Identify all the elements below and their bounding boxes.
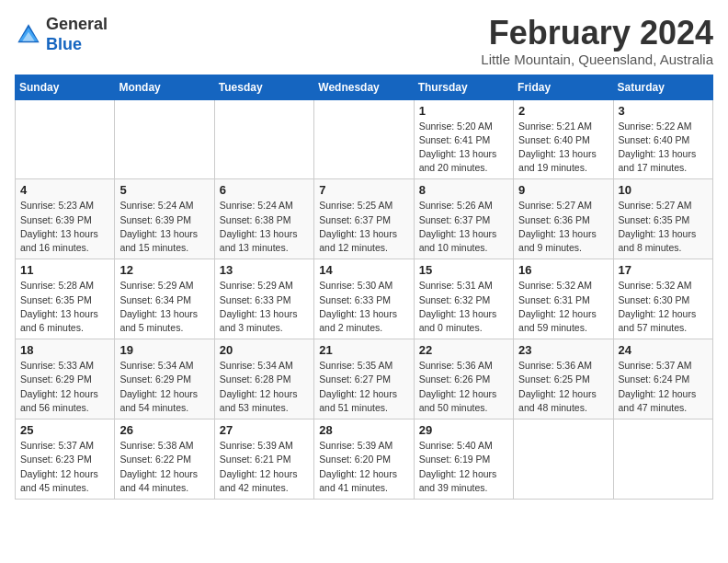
day-number: 14 xyxy=(319,263,408,277)
day-number: 21 xyxy=(319,343,408,357)
day-number: 13 xyxy=(220,263,309,277)
calendar-cell: 28Sunrise: 5:39 AM Sunset: 6:20 PM Dayli… xyxy=(314,419,414,500)
day-info: Sunrise: 5:29 AM Sunset: 6:33 PM Dayligh… xyxy=(220,279,309,335)
calendar-cell: 1Sunrise: 5:20 AM Sunset: 6:41 PM Daylig… xyxy=(414,99,513,179)
weekday-header-monday: Monday xyxy=(115,75,214,99)
day-number: 12 xyxy=(119,263,209,277)
day-info: Sunrise: 5:30 AM Sunset: 6:33 PM Dayligh… xyxy=(319,279,408,335)
calendar-cell: 19Sunrise: 5:34 AM Sunset: 6:29 PM Dayli… xyxy=(115,339,214,419)
day-number: 11 xyxy=(20,263,109,277)
calendar-cell: 17Sunrise: 5:32 AM Sunset: 6:30 PM Dayli… xyxy=(613,259,712,339)
day-number: 3 xyxy=(619,104,708,118)
day-info: Sunrise: 5:39 AM Sunset: 6:21 PM Dayligh… xyxy=(220,439,309,495)
calendar-cell xyxy=(115,99,214,179)
calendar-cell: 16Sunrise: 5:32 AM Sunset: 6:31 PM Dayli… xyxy=(514,259,613,339)
weekday-header-thursday: Thursday xyxy=(414,75,513,99)
day-info: Sunrise: 5:23 AM Sunset: 6:39 PM Dayligh… xyxy=(20,199,109,255)
day-number: 17 xyxy=(619,263,708,277)
day-info: Sunrise: 5:34 AM Sunset: 6:29 PM Dayligh… xyxy=(119,359,209,415)
day-number: 9 xyxy=(518,183,608,197)
calendar-cell: 15Sunrise: 5:31 AM Sunset: 6:32 PM Dayli… xyxy=(414,259,513,339)
calendar-cell: 25Sunrise: 5:37 AM Sunset: 6:23 PM Dayli… xyxy=(16,419,115,500)
day-info: Sunrise: 5:27 AM Sunset: 6:35 PM Dayligh… xyxy=(619,199,708,255)
day-number: 16 xyxy=(518,263,608,277)
weekday-header-saturday: Saturday xyxy=(613,75,712,99)
calendar-cell: 2Sunrise: 5:21 AM Sunset: 6:40 PM Daylig… xyxy=(514,99,613,179)
day-number: 26 xyxy=(119,423,209,437)
day-number: 4 xyxy=(20,183,109,197)
day-info: Sunrise: 5:22 AM Sunset: 6:40 PM Dayligh… xyxy=(619,120,708,176)
logo: General Blue xyxy=(15,15,108,54)
calendar-week-row: 25Sunrise: 5:37 AM Sunset: 6:23 PM Dayli… xyxy=(16,419,713,500)
day-number: 19 xyxy=(119,343,209,357)
calendar-cell: 27Sunrise: 5:39 AM Sunset: 6:21 PM Dayli… xyxy=(214,419,313,500)
day-info: Sunrise: 5:33 AM Sunset: 6:29 PM Dayligh… xyxy=(20,359,109,415)
day-info: Sunrise: 5:35 AM Sunset: 6:27 PM Dayligh… xyxy=(319,359,408,415)
day-info: Sunrise: 5:24 AM Sunset: 6:38 PM Dayligh… xyxy=(220,199,309,255)
day-number: 23 xyxy=(518,343,608,357)
day-info: Sunrise: 5:32 AM Sunset: 6:30 PM Dayligh… xyxy=(619,279,708,335)
calendar-cell: 14Sunrise: 5:30 AM Sunset: 6:33 PM Dayli… xyxy=(314,259,414,339)
day-number: 18 xyxy=(20,343,109,357)
day-info: Sunrise: 5:39 AM Sunset: 6:20 PM Dayligh… xyxy=(319,439,408,495)
calendar-cell: 13Sunrise: 5:29 AM Sunset: 6:33 PM Dayli… xyxy=(214,259,313,339)
calendar-cell xyxy=(314,99,414,179)
day-number: 22 xyxy=(419,343,508,357)
calendar-cell: 22Sunrise: 5:36 AM Sunset: 6:26 PM Dayli… xyxy=(414,339,513,419)
day-number: 28 xyxy=(319,423,408,437)
calendar-cell xyxy=(214,99,313,179)
day-number: 24 xyxy=(619,343,708,357)
calendar-cell: 8Sunrise: 5:26 AM Sunset: 6:37 PM Daylig… xyxy=(414,179,513,259)
calendar-cell: 29Sunrise: 5:40 AM Sunset: 6:19 PM Dayli… xyxy=(414,419,513,500)
day-number: 15 xyxy=(419,263,508,277)
calendar-week-row: 1Sunrise: 5:20 AM Sunset: 6:41 PM Daylig… xyxy=(16,99,713,179)
day-info: Sunrise: 5:37 AM Sunset: 6:23 PM Dayligh… xyxy=(20,439,109,495)
weekday-header-friday: Friday xyxy=(514,75,613,99)
day-info: Sunrise: 5:24 AM Sunset: 6:39 PM Dayligh… xyxy=(119,199,209,255)
calendar-table: SundayMondayTuesdayWednesdayThursdayFrid… xyxy=(15,75,713,500)
day-number: 20 xyxy=(220,343,309,357)
day-info: Sunrise: 5:25 AM Sunset: 6:37 PM Dayligh… xyxy=(319,199,408,255)
month-title: February 2024 xyxy=(481,15,713,52)
day-number: 29 xyxy=(419,423,508,437)
location-subtitle: Little Mountain, Queensland, Australia xyxy=(481,52,713,67)
day-info: Sunrise: 5:32 AM Sunset: 6:31 PM Dayligh… xyxy=(518,279,608,335)
calendar-cell: 4Sunrise: 5:23 AM Sunset: 6:39 PM Daylig… xyxy=(16,179,115,259)
day-info: Sunrise: 5:38 AM Sunset: 6:22 PM Dayligh… xyxy=(119,439,209,495)
day-info: Sunrise: 5:20 AM Sunset: 6:41 PM Dayligh… xyxy=(419,120,508,176)
calendar-cell: 10Sunrise: 5:27 AM Sunset: 6:35 PM Dayli… xyxy=(613,179,712,259)
calendar-cell: 12Sunrise: 5:29 AM Sunset: 6:34 PM Dayli… xyxy=(115,259,214,339)
calendar-week-row: 4Sunrise: 5:23 AM Sunset: 6:39 PM Daylig… xyxy=(16,179,713,259)
day-info: Sunrise: 5:29 AM Sunset: 6:34 PM Dayligh… xyxy=(119,279,209,335)
calendar-cell: 21Sunrise: 5:35 AM Sunset: 6:27 PM Dayli… xyxy=(314,339,414,419)
day-number: 6 xyxy=(220,183,309,197)
logo-text: General Blue xyxy=(46,15,108,54)
weekday-header-sunday: Sunday xyxy=(16,75,115,99)
day-info: Sunrise: 5:36 AM Sunset: 6:26 PM Dayligh… xyxy=(419,359,508,415)
calendar-cell: 6Sunrise: 5:24 AM Sunset: 6:38 PM Daylig… xyxy=(214,179,313,259)
day-info: Sunrise: 5:40 AM Sunset: 6:19 PM Dayligh… xyxy=(419,439,508,495)
calendar-week-row: 18Sunrise: 5:33 AM Sunset: 6:29 PM Dayli… xyxy=(16,339,713,419)
day-info: Sunrise: 5:27 AM Sunset: 6:36 PM Dayligh… xyxy=(518,199,608,255)
calendar-cell xyxy=(514,419,613,500)
day-info: Sunrise: 5:26 AM Sunset: 6:37 PM Dayligh… xyxy=(419,199,508,255)
logo-blue: Blue xyxy=(46,35,82,53)
calendar-cell: 9Sunrise: 5:27 AM Sunset: 6:36 PM Daylig… xyxy=(514,179,613,259)
calendar-cell: 18Sunrise: 5:33 AM Sunset: 6:29 PM Dayli… xyxy=(16,339,115,419)
calendar-cell: 24Sunrise: 5:37 AM Sunset: 6:24 PM Dayli… xyxy=(613,339,712,419)
weekday-header-row: SundayMondayTuesdayWednesdayThursdayFrid… xyxy=(16,75,713,99)
calendar-cell xyxy=(16,99,115,179)
day-info: Sunrise: 5:21 AM Sunset: 6:40 PM Dayligh… xyxy=(518,120,608,176)
day-number: 1 xyxy=(419,104,508,118)
day-info: Sunrise: 5:31 AM Sunset: 6:32 PM Dayligh… xyxy=(419,279,508,335)
calendar-cell: 3Sunrise: 5:22 AM Sunset: 6:40 PM Daylig… xyxy=(613,99,712,179)
day-info: Sunrise: 5:34 AM Sunset: 6:28 PM Dayligh… xyxy=(220,359,309,415)
day-info: Sunrise: 5:36 AM Sunset: 6:25 PM Dayligh… xyxy=(518,359,608,415)
title-block: February 2024 Little Mountain, Queenslan… xyxy=(481,15,713,67)
page-header: General Blue February 2024 Little Mounta… xyxy=(15,15,713,67)
calendar-cell xyxy=(613,419,712,500)
day-info: Sunrise: 5:28 AM Sunset: 6:35 PM Dayligh… xyxy=(20,279,109,335)
weekday-header-tuesday: Tuesday xyxy=(214,75,313,99)
logo-general: General xyxy=(46,15,108,33)
calendar-cell: 11Sunrise: 5:28 AM Sunset: 6:35 PM Dayli… xyxy=(16,259,115,339)
